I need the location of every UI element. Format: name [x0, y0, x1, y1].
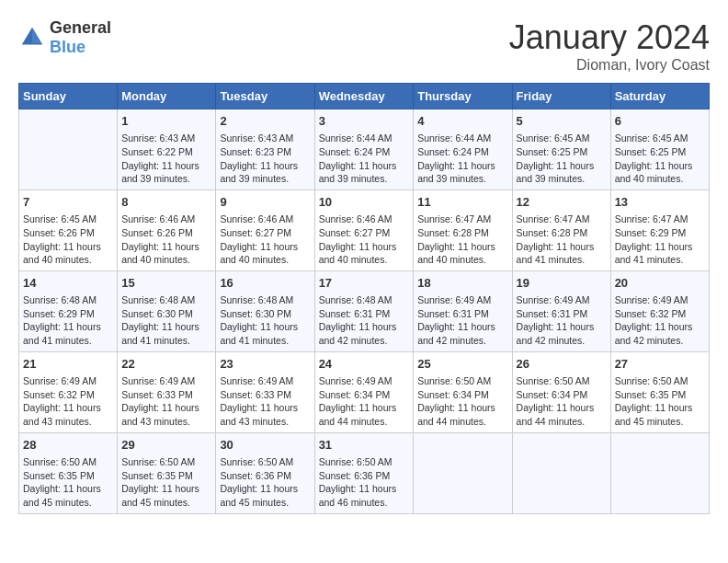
calendar-cell: 22Sunrise: 6:49 AM Sunset: 6:33 PM Dayli…: [118, 351, 216, 432]
logo-icon: [18, 24, 46, 52]
cell-content: Sunrise: 6:45 AM Sunset: 6:25 PM Dayligh…: [615, 132, 705, 186]
day-number: 10: [319, 194, 410, 211]
calendar-cell: 17Sunrise: 6:48 AM Sunset: 6:31 PM Dayli…: [314, 270, 414, 351]
calendar-week-4: 21Sunrise: 6:49 AM Sunset: 6:32 PM Dayli…: [19, 351, 710, 432]
cell-content: Sunrise: 6:45 AM Sunset: 6:26 PM Dayligh…: [23, 213, 113, 267]
cell-content: Sunrise: 6:49 AM Sunset: 6:31 PM Dayligh…: [517, 293, 607, 348]
calendar-cell: 21Sunrise: 6:49 AM Sunset: 6:32 PM Dayli…: [19, 351, 118, 432]
day-number: 7: [23, 194, 113, 211]
logo: General Blue: [18, 18, 111, 57]
calendar-cell: 13Sunrise: 6:47 AM Sunset: 6:29 PM Dayli…: [610, 190, 709, 270]
calendar-cell: 11Sunrise: 6:47 AM Sunset: 6:28 PM Dayli…: [414, 190, 512, 270]
calendar-cell: [610, 432, 709, 513]
cell-content: Sunrise: 6:46 AM Sunset: 6:27 PM Dayligh…: [319, 213, 410, 267]
cell-content: Sunrise: 6:46 AM Sunset: 6:27 PM Dayligh…: [220, 213, 310, 267]
day-header-friday: Friday: [512, 84, 610, 109]
day-header-wednesday: Wednesday: [314, 84, 414, 109]
day-header-sunday: Sunday: [19, 84, 118, 109]
cell-content: Sunrise: 6:49 AM Sunset: 6:33 PM Dayligh…: [121, 374, 211, 429]
day-number: 18: [417, 275, 507, 292]
cell-content: Sunrise: 6:50 AM Sunset: 6:35 PM Dayligh…: [121, 455, 211, 510]
day-number: 17: [319, 275, 410, 292]
calendar-week-3: 14Sunrise: 6:48 AM Sunset: 6:29 PM Dayli…: [19, 270, 710, 351]
calendar-cell: 9Sunrise: 6:46 AM Sunset: 6:27 PM Daylig…: [216, 190, 314, 270]
calendar-cell: 16Sunrise: 6:48 AM Sunset: 6:30 PM Dayli…: [216, 270, 314, 351]
calendar-week-2: 7Sunrise: 6:45 AM Sunset: 6:26 PM Daylig…: [19, 190, 710, 270]
day-number: 30: [220, 437, 310, 454]
calendar-week-5: 28Sunrise: 6:50 AM Sunset: 6:35 PM Dayli…: [19, 432, 710, 513]
day-number: 13: [615, 194, 705, 211]
cell-content: Sunrise: 6:43 AM Sunset: 6:23 PM Dayligh…: [220, 132, 310, 186]
day-header-tuesday: Tuesday: [216, 84, 314, 109]
day-number: 27: [615, 356, 705, 373]
day-number: 25: [417, 356, 507, 373]
cell-content: Sunrise: 6:50 AM Sunset: 6:34 PM Dayligh…: [417, 374, 507, 429]
logo-general-text: General: [50, 18, 111, 37]
day-number: 21: [23, 356, 113, 373]
calendar-cell: 18Sunrise: 6:49 AM Sunset: 6:31 PM Dayli…: [414, 270, 512, 351]
day-number: 12: [517, 194, 607, 211]
calendar-cell: 14Sunrise: 6:48 AM Sunset: 6:29 PM Dayli…: [19, 270, 118, 351]
cell-content: Sunrise: 6:44 AM Sunset: 6:24 PM Dayligh…: [319, 132, 410, 186]
page-header: General Blue January 2024 Dioman, Ivory …: [18, 18, 710, 74]
calendar-cell: 19Sunrise: 6:49 AM Sunset: 6:31 PM Dayli…: [512, 270, 610, 351]
calendar-cell: 4Sunrise: 6:44 AM Sunset: 6:24 PM Daylig…: [414, 109, 512, 190]
calendar-cell: 28Sunrise: 6:50 AM Sunset: 6:35 PM Dayli…: [19, 432, 118, 513]
title-block: January 2024 Dioman, Ivory Coast: [509, 18, 710, 74]
calendar-cell: 23Sunrise: 6:49 AM Sunset: 6:33 PM Dayli…: [216, 351, 314, 432]
calendar-cell: [414, 432, 512, 513]
calendar-cell: 29Sunrise: 6:50 AM Sunset: 6:35 PM Dayli…: [118, 432, 216, 513]
day-number: 9: [220, 194, 310, 211]
day-number: 16: [220, 275, 310, 292]
calendar-header-row: SundayMondayTuesdayWednesdayThursdayFrid…: [19, 84, 710, 109]
cell-content: Sunrise: 6:48 AM Sunset: 6:30 PM Dayligh…: [220, 293, 310, 348]
cell-content: Sunrise: 6:50 AM Sunset: 6:36 PM Dayligh…: [319, 455, 410, 510]
day-number: 24: [319, 356, 410, 373]
day-number: 26: [517, 356, 607, 373]
day-number: 6: [615, 113, 705, 130]
cell-content: Sunrise: 6:50 AM Sunset: 6:34 PM Dayligh…: [517, 374, 607, 429]
day-number: 4: [417, 113, 507, 130]
day-header-saturday: Saturday: [610, 84, 709, 109]
calendar-cell: 26Sunrise: 6:50 AM Sunset: 6:34 PM Dayli…: [512, 351, 610, 432]
day-number: 22: [121, 356, 211, 373]
calendar-body: 1Sunrise: 6:43 AM Sunset: 6:22 PM Daylig…: [19, 109, 710, 514]
day-number: 14: [23, 275, 113, 292]
calendar-cell: 3Sunrise: 6:44 AM Sunset: 6:24 PM Daylig…: [314, 109, 414, 190]
calendar-cell: 8Sunrise: 6:46 AM Sunset: 6:26 PM Daylig…: [118, 190, 216, 270]
calendar-cell: 27Sunrise: 6:50 AM Sunset: 6:35 PM Dayli…: [610, 351, 709, 432]
calendar-cell: 1Sunrise: 6:43 AM Sunset: 6:22 PM Daylig…: [118, 109, 216, 190]
month-title: January 2024: [509, 18, 710, 57]
calendar-table: SundayMondayTuesdayWednesdayThursdayFrid…: [18, 83, 710, 514]
day-number: 2: [220, 113, 310, 130]
calendar-cell: 24Sunrise: 6:49 AM Sunset: 6:34 PM Dayli…: [314, 351, 414, 432]
calendar-cell: 10Sunrise: 6:46 AM Sunset: 6:27 PM Dayli…: [314, 190, 414, 270]
calendar-cell: 15Sunrise: 6:48 AM Sunset: 6:30 PM Dayli…: [118, 270, 216, 351]
calendar-cell: 25Sunrise: 6:50 AM Sunset: 6:34 PM Dayli…: [414, 351, 512, 432]
cell-content: Sunrise: 6:50 AM Sunset: 6:36 PM Dayligh…: [220, 455, 310, 510]
logo-blue-text: Blue: [50, 38, 85, 56]
cell-content: Sunrise: 6:48 AM Sunset: 6:31 PM Dayligh…: [319, 293, 410, 348]
calendar-cell: 12Sunrise: 6:47 AM Sunset: 6:28 PM Dayli…: [512, 190, 610, 270]
cell-content: Sunrise: 6:47 AM Sunset: 6:28 PM Dayligh…: [517, 213, 607, 267]
day-number: 20: [615, 275, 705, 292]
day-number: 31: [319, 437, 410, 454]
calendar-cell: [19, 109, 118, 190]
calendar-cell: 5Sunrise: 6:45 AM Sunset: 6:25 PM Daylig…: [512, 109, 610, 190]
cell-content: Sunrise: 6:50 AM Sunset: 6:35 PM Dayligh…: [615, 374, 705, 429]
cell-content: Sunrise: 6:43 AM Sunset: 6:22 PM Dayligh…: [121, 132, 211, 186]
calendar-week-1: 1Sunrise: 6:43 AM Sunset: 6:22 PM Daylig…: [19, 109, 710, 190]
day-header-monday: Monday: [118, 84, 216, 109]
cell-content: Sunrise: 6:49 AM Sunset: 6:34 PM Dayligh…: [319, 374, 410, 429]
day-number: 15: [121, 275, 211, 292]
day-number: 19: [517, 275, 607, 292]
calendar-cell: 6Sunrise: 6:45 AM Sunset: 6:25 PM Daylig…: [610, 109, 709, 190]
cell-content: Sunrise: 6:46 AM Sunset: 6:26 PM Dayligh…: [121, 213, 211, 267]
day-number: 28: [23, 437, 113, 454]
cell-content: Sunrise: 6:49 AM Sunset: 6:31 PM Dayligh…: [417, 293, 507, 348]
calendar-cell: 7Sunrise: 6:45 AM Sunset: 6:26 PM Daylig…: [19, 190, 118, 270]
cell-content: Sunrise: 6:48 AM Sunset: 6:30 PM Dayligh…: [121, 293, 211, 348]
calendar-cell: 30Sunrise: 6:50 AM Sunset: 6:36 PM Dayli…: [216, 432, 314, 513]
day-number: 11: [417, 194, 507, 211]
day-number: 8: [121, 194, 211, 211]
